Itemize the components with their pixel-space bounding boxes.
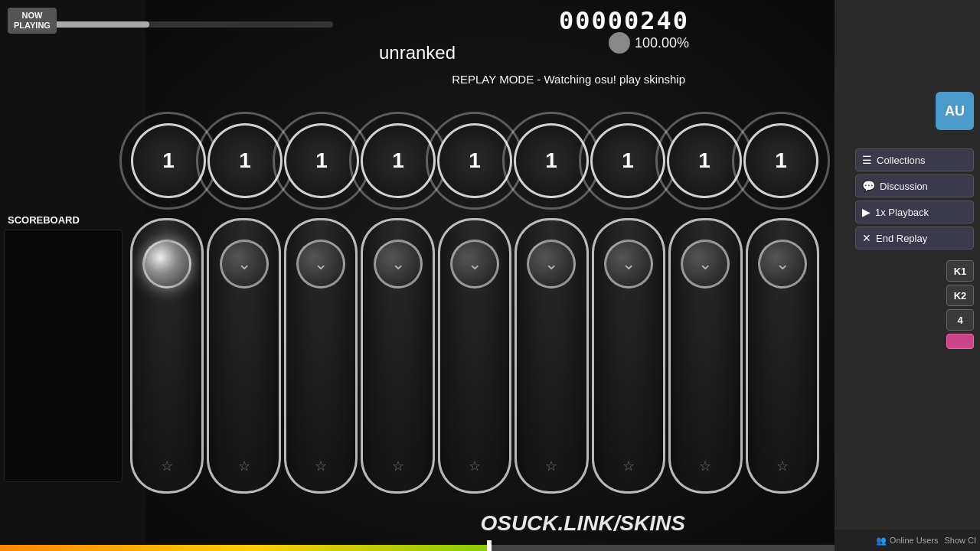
star-icon-7: ☆	[622, 458, 635, 474]
star-icon-9: ☆	[776, 458, 789, 474]
playback-label: 1x Playback	[875, 207, 929, 218]
chevron-down-icon-9: ⌄	[776, 254, 789, 274]
playback-button[interactable]: ▶ 1x Playback	[855, 201, 974, 223]
hit-circle-9: 1	[743, 123, 818, 198]
replay-mode-text: REPLAY MODE - Watching osu! play skinshi…	[452, 73, 685, 86]
progress-bar-fill	[50, 21, 149, 28]
timeline-progress-right	[490, 545, 835, 551]
column-2: ⌄ ☆	[207, 218, 280, 494]
k4-badge: 4	[946, 309, 974, 331]
end-replay-button[interactable]: ✕ End Replay	[855, 227, 974, 249]
column-7: ⌄ ☆	[592, 218, 665, 494]
star-icon-2: ☆	[238, 458, 250, 474]
collections-icon: ☰	[862, 154, 872, 166]
score-display: 00000240	[559, 6, 689, 35]
hit-circle-2: 1	[207, 123, 283, 198]
chevron-down-icon-2: ⌄	[237, 254, 251, 274]
column-circle-2: ⌄	[220, 240, 269, 289]
timeline-cursor	[487, 540, 492, 551]
column-1: ☆	[130, 218, 204, 494]
discussion-button[interactable]: 💬 Discussion	[855, 174, 974, 197]
show-ci-label: Show CI	[944, 536, 976, 545]
osuck-link: OSUCK.LINK/SKINS	[480, 511, 685, 536]
star-icon-6: ☆	[545, 458, 557, 474]
k2-badge: K2	[946, 285, 974, 306]
timeline-bar[interactable]	[0, 540, 835, 551]
chevron-down-icon-7: ⌄	[622, 254, 635, 274]
chevron-down-icon-3: ⌄	[314, 254, 328, 274]
column-circle-3: ⌄	[296, 240, 345, 289]
hit-circle-3: 1	[284, 123, 359, 198]
columns-area: ☆ ⌄ ☆ ⌄ ☆ ⌄ ☆ ⌄ ☆	[130, 218, 819, 494]
unranked-text: unranked	[0, 42, 835, 64]
column-circle-9: ⌄	[758, 240, 807, 289]
star-icon-5: ☆	[469, 458, 481, 474]
hit-circle-7: 1	[590, 123, 665, 198]
chevron-down-icon-4: ⌄	[391, 254, 405, 274]
hit-circle-8: 1	[667, 123, 742, 198]
column-circle-4: ⌄	[374, 240, 423, 289]
right-sidebar: AU ☰ Collections 💬 Discussion ▶ 1x Playb…	[835, 0, 980, 551]
progress-bar-container[interactable]	[50, 21, 333, 28]
chevron-down-icon-8: ⌄	[698, 254, 712, 274]
column-9: ⌄ ☆	[746, 218, 819, 494]
pink-key-badge	[946, 334, 974, 349]
online-users-button[interactable]: 👥 Online Users	[876, 536, 939, 546]
hit-circle-outer-9	[732, 112, 830, 210]
hit-circle-5: 1	[437, 123, 512, 198]
column-circle-7: ⌄	[604, 240, 653, 289]
discussion-label: Discussion	[880, 181, 928, 192]
bottom-right-bar: 👥 Online Users Show CI	[835, 530, 980, 551]
online-users-icon: 👥	[876, 536, 887, 546]
hit-circle-4: 1	[361, 123, 436, 198]
collections-label: Collections	[877, 155, 926, 166]
end-replay-icon: ✕	[862, 232, 871, 244]
column-circle-8: ⌄	[681, 240, 730, 289]
timeline-progress-left	[0, 545, 490, 551]
chevron-down-icon-6: ⌄	[544, 254, 558, 274]
scoreboard-title: SCOREBOARD	[4, 214, 122, 226]
show-ci-button[interactable]: Show CI	[944, 536, 976, 545]
column-circle-5: ⌄	[450, 240, 499, 289]
hit-circles-area: 1 1 1 1 1 1 1 1	[130, 92, 819, 230]
discussion-icon: 💬	[862, 180, 875, 192]
column-8: ⌄ ☆	[668, 218, 742, 494]
k1-badge: K1	[946, 260, 974, 282]
online-users-label: Online Users	[890, 536, 939, 545]
avatar-badge: AU	[936, 92, 974, 130]
star-icon-8: ☆	[699, 458, 711, 474]
column-3: ⌄ ☆	[284, 218, 358, 494]
now-playing-badge: NOWPLAYING	[8, 8, 57, 34]
now-playing-section: NOWPLAYING	[8, 8, 57, 34]
column-6: ⌄ ☆	[514, 218, 588, 494]
column-4: ⌄ ☆	[361, 218, 434, 494]
column-5: ⌄ ☆	[438, 218, 511, 494]
hit-circle-6: 1	[514, 123, 589, 198]
star-icon-3: ☆	[315, 458, 327, 474]
column-circle-1	[142, 240, 191, 289]
end-replay-label: End Replay	[876, 233, 927, 244]
star-icon-1: ☆	[161, 458, 173, 474]
game-area: NOWPLAYING 00000240 100.00% unranked REP…	[0, 0, 835, 551]
playback-icon: ▶	[862, 206, 871, 218]
scoreboard-section: SCOREBOARD	[4, 214, 122, 482]
collections-button[interactable]: ☰ Collections	[855, 148, 974, 171]
chevron-down-icon-5: ⌄	[468, 254, 482, 274]
hit-circle-1: 1	[131, 123, 206, 198]
column-circle-6: ⌄	[527, 240, 576, 289]
star-icon-4: ☆	[392, 458, 404, 474]
scoreboard-panel	[4, 230, 122, 482]
key-indicators: K1 K2 4	[946, 260, 974, 349]
